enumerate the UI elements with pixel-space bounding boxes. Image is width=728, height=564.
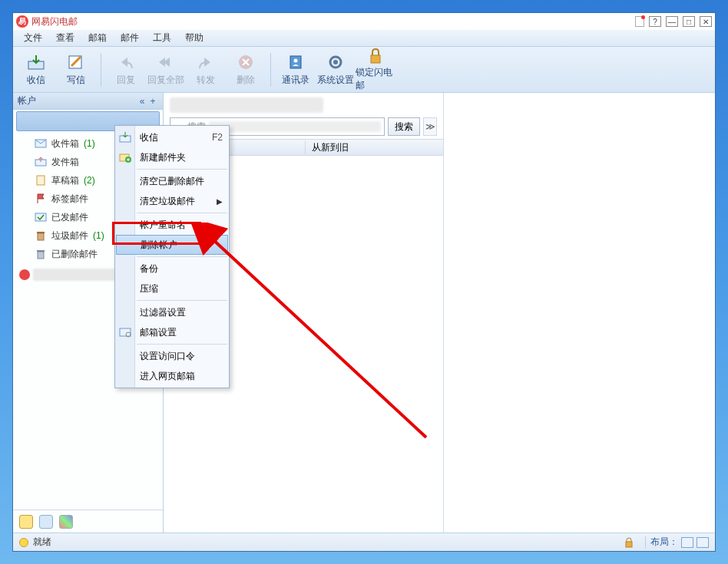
- svg-rect-12: [38, 233, 44, 240]
- lock-button[interactable]: 锁定闪电邮: [356, 50, 395, 90]
- ctx-open-webmail[interactable]: 进入网页邮箱: [115, 366, 229, 386]
- ctx-compress[interactable]: 压缩: [115, 279, 229, 298]
- flag-icon: [35, 193, 47, 204]
- toolbar: 收信 写信 回复 回复全部 转发 删除: [13, 47, 715, 93]
- ctx-receive[interactable]: 收信 F2: [115, 127, 229, 147]
- junk-icon: [35, 230, 47, 241]
- accounts-header: 帐户 « +: [13, 93, 163, 110]
- preview-pane: [444, 93, 715, 533]
- gear-icon: [326, 52, 346, 72]
- svg-rect-15: [37, 250, 45, 252]
- sent-icon: [35, 212, 47, 223]
- layout-btn-2[interactable]: [697, 537, 709, 548]
- tip-icon: [19, 538, 28, 547]
- folder-path: [170, 97, 323, 113]
- ctx-filter-settings[interactable]: 过滤器设置: [115, 302, 229, 322]
- help-button[interactable]: ?: [649, 16, 661, 27]
- svg-rect-7: [371, 55, 380, 63]
- menu-help[interactable]: 帮助: [179, 30, 210, 46]
- window-controls: ? — □ ✕: [635, 16, 712, 27]
- app-icon: 易: [16, 15, 28, 28]
- titlebar: 易 网易闪电邮 ? — □ ✕: [13, 13, 715, 30]
- statusbar: 就绪 布局：: [13, 533, 715, 551]
- sb-btn-2[interactable]: [39, 515, 53, 529]
- receive-icon: [119, 131, 131, 143]
- ctx-rename-account[interactable]: 帐户重命名: [115, 215, 229, 235]
- reply-icon: [116, 52, 136, 72]
- account-2-icon: [19, 269, 30, 280]
- forward-icon: [196, 52, 216, 72]
- layout-btn-1[interactable]: [681, 537, 693, 548]
- svg-rect-14: [38, 252, 44, 259]
- context-menu: 收信 F2 新建邮件夹 清空已删除邮件 清空垃圾邮件 ▶ 帐户重命名 删除帐户 …: [114, 125, 230, 388]
- menu-mailbox[interactable]: 邮箱: [82, 30, 113, 46]
- sb-btn-3[interactable]: [59, 515, 73, 529]
- svg-point-6: [333, 60, 338, 64]
- reply-all-icon: [156, 52, 176, 72]
- add-account-button[interactable]: +: [147, 96, 158, 107]
- search-options-toggle[interactable]: ≫: [423, 117, 437, 136]
- menu-mail[interactable]: 邮件: [114, 30, 145, 46]
- new-folder-icon: [119, 151, 131, 163]
- compose-icon: [66, 52, 86, 72]
- status-text: 就绪: [33, 536, 51, 549]
- menu-tools[interactable]: 工具: [147, 30, 177, 46]
- chevron-right-icon: ▶: [217, 197, 223, 206]
- menubar: 文件 查看 邮箱 邮件 工具 帮助: [13, 30, 715, 47]
- contacts-button[interactable]: 通讯录: [276, 50, 316, 90]
- close-button[interactable]: ✕: [700, 16, 712, 27]
- compose-button[interactable]: 写信: [56, 50, 96, 90]
- svg-point-4: [294, 59, 298, 63]
- ctx-new-folder[interactable]: 新建邮件夹: [115, 147, 229, 167]
- outbox-icon: [35, 157, 47, 167]
- ctx-set-password[interactable]: 设置访问口令: [115, 346, 229, 366]
- accounts-header-label: 帐户: [18, 94, 36, 107]
- sidebar-bottom: [13, 510, 163, 533]
- main-area: ▾ 搜索 搜索 ≫ 会话） 从新到旧: [164, 93, 715, 533]
- reply-all-button[interactable]: 回复全部: [146, 50, 186, 90]
- lock-icon: [366, 48, 386, 64]
- ctx-empty-deleted[interactable]: 清空已删除邮件: [115, 171, 229, 191]
- receive-icon: [26, 52, 46, 72]
- search-button[interactable]: 搜索: [388, 117, 420, 136]
- inbox-icon: [35, 138, 47, 149]
- app-title: 网易闪电邮: [31, 15, 78, 28]
- sb-btn-1[interactable]: [19, 515, 33, 529]
- collapse-button[interactable]: «: [137, 96, 147, 107]
- delete-icon: [236, 52, 256, 72]
- col-sort[interactable]: 从新到旧: [305, 141, 443, 154]
- status-lock-icon[interactable]: [624, 537, 634, 548]
- ctx-delete-account[interactable]: 删除帐户: [116, 235, 228, 255]
- notification-icon[interactable]: [635, 16, 644, 27]
- deleted-icon: [35, 249, 47, 259]
- receive-button[interactable]: 收信: [16, 50, 56, 90]
- menu-file[interactable]: 文件: [18, 30, 48, 46]
- minimize-button[interactable]: —: [666, 16, 678, 27]
- ctx-empty-junk[interactable]: 清空垃圾邮件 ▶: [115, 191, 229, 211]
- svg-rect-13: [37, 232, 45, 233]
- ctx-mailbox-settings[interactable]: 邮箱设置: [115, 322, 229, 342]
- svg-rect-16: [626, 542, 632, 547]
- maximize-button[interactable]: □: [683, 16, 695, 27]
- menu-view[interactable]: 查看: [50, 30, 81, 46]
- settings-button[interactable]: 系统设置: [316, 50, 356, 90]
- reply-button[interactable]: 回复: [106, 50, 146, 90]
- svg-rect-11: [35, 213, 46, 221]
- draft-icon: [35, 175, 47, 186]
- ctx-backup[interactable]: 备份: [115, 259, 229, 279]
- contacts-icon: [286, 52, 306, 72]
- forward-button[interactable]: 转发: [186, 50, 226, 90]
- layout-label: 布局：: [650, 536, 678, 549]
- mailbox-settings-icon: [119, 326, 131, 338]
- svg-rect-10: [37, 176, 45, 185]
- delete-button[interactable]: 删除: [226, 50, 266, 90]
